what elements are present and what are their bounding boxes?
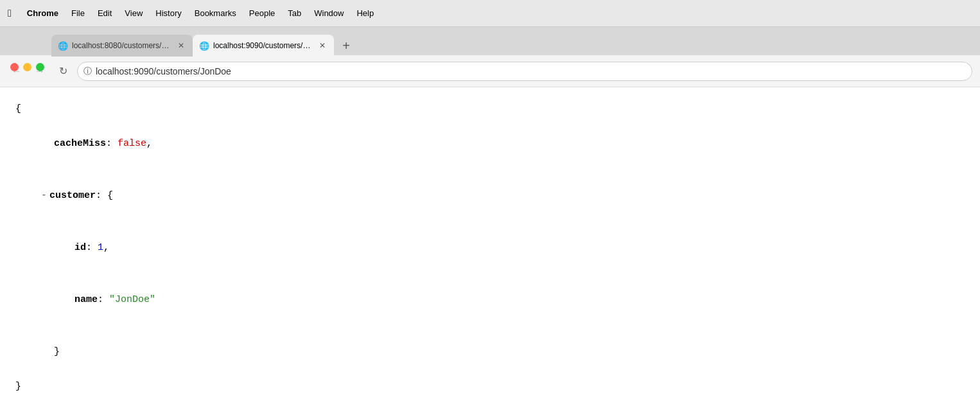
line-customer-close: } [15,326,965,378]
tabbar: 🌐 localhost:8080/customers/Jon ✕ 🌐 local… [0,27,980,55]
apple-menu[interactable]:  [8,8,12,19]
tab-2[interactable]: 🌐 localhost:9090/customers/Jon ✕ [193,35,334,57]
menu-chrome[interactable]: Chrome [27,8,58,18]
line-cachemiss: cacheMiss: false, [15,118,965,170]
menu-bookmarks[interactable]: Bookmarks [195,8,236,18]
menubar:  Chrome File Edit View History Bookmark… [0,0,980,27]
menu-help[interactable]: Help [356,8,374,18]
reload-button[interactable]: ↻ [54,62,72,80]
line-name: name: "JonDoe" [15,274,965,326]
menu-view[interactable]: View [125,8,143,18]
globe-icon-tab2: 🌐 [199,41,209,51]
new-tab-button[interactable]: + [337,36,356,55]
window-controls [10,63,44,71]
line-open-brace: { [15,100,965,118]
close-button[interactable] [10,63,19,71]
collapse-customer[interactable]: - [41,190,47,201]
address-wrap: ⓘ localhost:9090/customers/JonDoe [77,62,972,81]
globe-icon-tab1: 🌐 [58,41,68,51]
menu-window[interactable]: Window [314,8,344,18]
menu-file[interactable]: File [71,8,85,18]
line-id: id: 1, [15,222,965,274]
tab-title-1: localhost:8080/customers/Jon [72,41,172,50]
menu-edit[interactable]: Edit [98,8,112,18]
line-close-brace: } [15,378,965,395]
tab-close-1[interactable]: ✕ [176,40,186,51]
tab-close-2[interactable]: ✕ [317,40,328,51]
address-bar[interactable]: localhost:9090/customers/JonDoe [77,62,972,81]
addressbar: ← → ↻ ⓘ localhost:9090/customers/JonDoe [0,55,980,87]
menu-history[interactable]: History [155,8,181,18]
tab-1[interactable]: 🌐 localhost:8080/customers/Jon ✕ [51,35,193,57]
line-customer-start: -customer: { [15,170,965,222]
content-area: { cacheMiss: false, -customer: { id: 1, … [0,87,980,397]
info-icon: ⓘ [83,66,92,77]
menu-tab[interactable]: Tab [288,8,301,18]
menu-people[interactable]: People [249,8,275,18]
minimize-button[interactable] [23,63,31,71]
tab-title-2: localhost:9090/customers/Jon [213,41,313,50]
maximize-button[interactable] [36,63,44,71]
